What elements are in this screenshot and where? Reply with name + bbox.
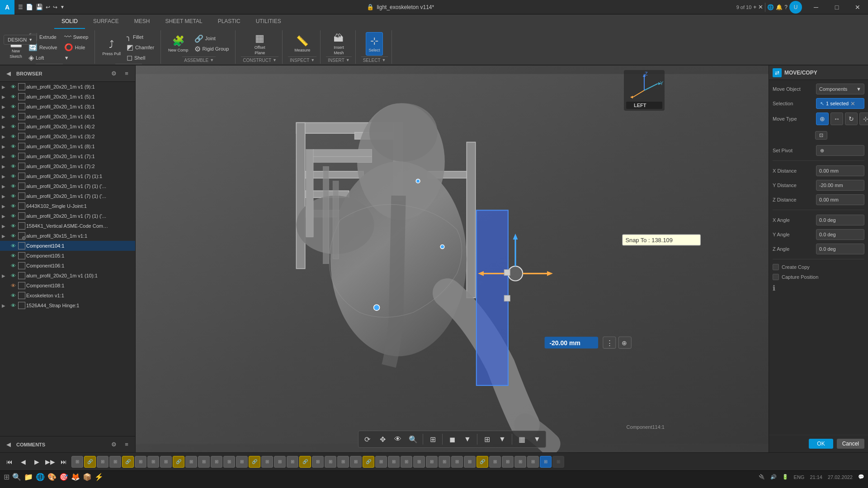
eye-icon-4[interactable]: 👁 bbox=[9, 124, 17, 129]
grid-dropdown[interactable]: ▼ bbox=[495, 433, 509, 446]
undo-icon[interactable]: ↩ bbox=[46, 4, 50, 10]
checkbox-4[interactable] bbox=[18, 123, 25, 130]
checkbox-8[interactable] bbox=[18, 163, 25, 170]
create-label[interactable]: CREATE ▼ bbox=[36, 64, 63, 66]
press-pull-btn[interactable]: ⤴ Press Pull bbox=[100, 36, 123, 59]
browser-item-14[interactable]: ▶ 👁 1584K1_Vertical ASME-Code Comp... bbox=[0, 221, 135, 231]
tl-item-12[interactable]: ⊞ bbox=[223, 456, 235, 468]
minimize-button[interactable]: ─ bbox=[806, 0, 826, 14]
hole-btn[interactable]: ⭕ Hole bbox=[61, 42, 91, 52]
taskbar-icon-1[interactable]: 📁 bbox=[24, 473, 33, 481]
tl-item-31[interactable]: ⊞ bbox=[464, 456, 476, 468]
tl-item-7[interactable]: ⊞ bbox=[160, 456, 172, 468]
browser-item-10[interactable]: ▶ 👁 alum_profil_20x20_1m v1 (7) (1) ('..… bbox=[0, 181, 135, 191]
tl-item-27[interactable]: ⊞ bbox=[413, 456, 425, 468]
tl-item-10[interactable]: ⊞ bbox=[198, 456, 210, 468]
menu-icon[interactable]: ☰ bbox=[18, 4, 23, 10]
browser-item-1[interactable]: ▶ 👁 alum_profil_20x20_1m v1 (5):1 bbox=[0, 92, 135, 102]
browser-item-17[interactable]: 👁 Component105:1 bbox=[0, 251, 135, 261]
tl-item-35[interactable]: ⊞ bbox=[514, 456, 526, 468]
eye-icon-5[interactable]: 👁 bbox=[9, 134, 17, 139]
ok-button[interactable]: OK bbox=[809, 439, 833, 449]
fillet-btn[interactable]: ╮ Fillet bbox=[124, 32, 157, 42]
browser-item-16[interactable]: 👁 Component104:1 bbox=[0, 241, 135, 251]
eye-icon-6[interactable]: 👁 bbox=[9, 144, 17, 149]
tl-item-3[interactable]: ⊞ bbox=[109, 456, 121, 468]
grid-btn[interactable]: ⊞ bbox=[480, 433, 494, 446]
x-distance-input[interactable] bbox=[816, 165, 864, 176]
inspect-label[interactable]: INSPECT ▼ bbox=[288, 56, 316, 64]
capture-position-checkbox[interactable] bbox=[773, 274, 779, 280]
taskbar-icon-4[interactable]: 🎯 bbox=[59, 473, 68, 481]
modify-label[interactable]: MODIFY ▼ bbox=[115, 64, 142, 66]
browser-item-12[interactable]: ▶ 👁 6443K102_Single U-Joint:1 bbox=[0, 201, 135, 211]
tl-item-34[interactable]: ⊞ bbox=[502, 456, 514, 468]
browser-item-22[interactable]: ▶ 👁 1526A44_Strap Hinge:1 bbox=[0, 300, 135, 310]
tl-item-19[interactable]: ⊞ bbox=[312, 456, 324, 468]
z-distance-input[interactable] bbox=[816, 194, 864, 205]
tl-item-13[interactable]: ⊞ bbox=[236, 456, 248, 468]
checkbox-18[interactable] bbox=[18, 262, 25, 269]
section-btn[interactable]: ▦ bbox=[515, 433, 528, 446]
set-pivot-button[interactable]: ⊕ bbox=[816, 145, 864, 156]
checkbox-7[interactable] bbox=[18, 153, 25, 160]
tl-item-14[interactable]: 🔗 bbox=[249, 456, 260, 468]
checkbox-21[interactable] bbox=[18, 292, 25, 299]
move-type-along-btn[interactable]: ↔ bbox=[830, 113, 843, 125]
fit-btn[interactable]: ⊞ bbox=[426, 433, 439, 446]
eye-icon-0[interactable]: 👁 bbox=[9, 84, 17, 89]
eye-icon-15[interactable]: 👁 bbox=[9, 233, 17, 239]
sidebar-collapse-btn[interactable]: ◀ bbox=[4, 69, 14, 79]
checkbox-1[interactable] bbox=[18, 93, 25, 100]
sidebar-settings-btn[interactable]: ⚙ bbox=[109, 69, 119, 79]
checkbox-11[interactable] bbox=[18, 192, 25, 200]
tl-item-23[interactable]: 🔗 bbox=[363, 456, 374, 468]
tl-item-2[interactable]: ⊞ bbox=[97, 456, 108, 468]
browser-item-13[interactable]: ▶ 👁 alum_profil_20x20_1m v1 (7) (1) ('..… bbox=[0, 211, 135, 221]
browser-item-3[interactable]: ▶ 👁 alum_profil_20x20_1m v1 (4):1 bbox=[0, 112, 135, 122]
eye-icon-22[interactable]: 👁 bbox=[9, 303, 17, 308]
new-icon[interactable]: 📄 bbox=[26, 4, 33, 10]
eye-icon-14[interactable]: 👁 bbox=[9, 223, 17, 229]
tl-item-5[interactable]: ⊞ bbox=[135, 456, 146, 468]
tl-item-0[interactable]: ⊞ bbox=[71, 456, 83, 468]
assemble-label[interactable]: ASSEMBLE ▼ bbox=[182, 56, 216, 64]
tl-item-30[interactable]: ⊞ bbox=[451, 456, 463, 468]
joint-btn[interactable]: 🔗 Joint bbox=[192, 33, 232, 43]
timeline-play-btn[interactable]: ▶ bbox=[31, 456, 42, 468]
taskbar-icon-3[interactable]: 🎨 bbox=[47, 473, 57, 481]
checkbox-15[interactable] bbox=[18, 232, 25, 239]
tl-item-32[interactable]: 🔗 bbox=[476, 456, 488, 468]
notifications-btn[interactable]: 💬 bbox=[858, 474, 864, 480]
loft-btn[interactable]: ◈ Loft bbox=[26, 53, 60, 63]
tl-item-33[interactable]: ⊞ bbox=[489, 456, 501, 468]
move-object-dropdown[interactable]: Components ▼ bbox=[816, 84, 864, 94]
insert-mesh-btn[interactable]: 🏔 Insert Mesh bbox=[330, 32, 347, 56]
measure-btn[interactable]: 📏 Measure bbox=[292, 32, 312, 56]
checkbox-19[interactable] bbox=[18, 272, 25, 279]
eye-icon-18[interactable]: 👁 bbox=[9, 263, 17, 268]
tl-item-24[interactable]: ⊞ bbox=[375, 456, 387, 468]
eye-icon-7[interactable]: 👁 bbox=[9, 154, 17, 159]
tab-solid[interactable]: SOLID bbox=[54, 14, 85, 29]
eye-icon-3[interactable]: 👁 bbox=[9, 114, 17, 119]
taskbar-icon-5[interactable]: 🦊 bbox=[71, 473, 80, 481]
checkbox-12[interactable] bbox=[18, 202, 25, 210]
add-tab-icon[interactable]: + bbox=[753, 4, 756, 10]
browser-item-2[interactable]: ▶ 👁 alum_profil_20x20_1m v1 (3):1 bbox=[0, 102, 135, 112]
browser-item-20[interactable]: 👁 Component108:1 bbox=[0, 281, 135, 291]
save-icon[interactable]: 💾 bbox=[36, 4, 43, 10]
construct-label[interactable]: CONSTRUCT ▼ bbox=[241, 56, 278, 64]
checkbox-2[interactable] bbox=[18, 103, 25, 110]
design-dropdown[interactable]: DESIGN ▼ bbox=[4, 35, 37, 45]
more-create-btn[interactable]: ▼ bbox=[61, 53, 91, 63]
tl-item-8[interactable]: 🔗 bbox=[173, 456, 184, 468]
z-angle-input[interactable] bbox=[816, 244, 864, 254]
close-button[interactable]: ✕ bbox=[847, 0, 868, 14]
tl-item-38[interactable]: ⊞ bbox=[552, 456, 564, 468]
viewport[interactable]: Snap To : 138.109 -20.00 mm ⋮ ⊕ bbox=[136, 66, 769, 452]
snap-indicator[interactable]: ⊡ bbox=[815, 131, 827, 140]
look-btn[interactable]: 👁 bbox=[391, 433, 405, 446]
visual-style-dropdown[interactable]: ▼ bbox=[461, 433, 474, 446]
browser-item-21[interactable]: 👁 Exoskeleton v1:1 bbox=[0, 291, 135, 300]
